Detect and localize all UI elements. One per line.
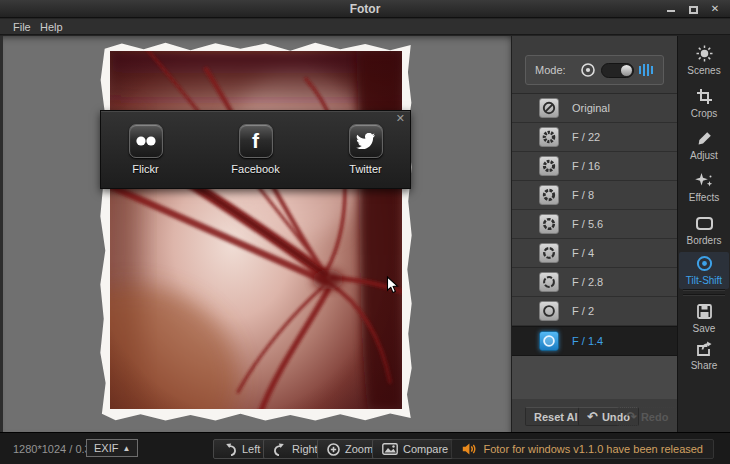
aperture-icon [539,301,559,321]
chevron-up-icon: ▲ [122,444,130,453]
notification-text: Fotor for windows v1.1.0 have been relea… [483,443,703,455]
window-controls: ✕ [664,3,722,14]
pencil-icon [679,129,729,148]
twitter-button[interactable]: Twitter [336,124,396,175]
minimize-button[interactable] [664,3,678,14]
aperture-option-label: Original [572,102,610,114]
redo-icon: ↷ [626,410,637,423]
mode-toggle[interactable] [601,63,634,78]
aperture-options-list: Original F / 22 F / 16 F / 8 F / 5.6 [512,93,677,399]
tool-scenes[interactable]: Scenes [679,42,729,76]
zoom-label: Zoom [345,443,373,455]
aperture-icon [539,127,559,147]
window-title: Fotor [0,2,730,16]
sparkles-icon [679,171,729,190]
aperture-option-f8[interactable]: F / 8 [512,181,677,210]
menu-help[interactable]: Help [40,21,63,33]
minimize-icon [667,10,675,12]
border-frame-icon [679,214,729,233]
photo-image [110,51,402,409]
twitter-label: Twitter [336,163,396,175]
sun-icon [679,44,729,63]
linear-mode-icon[interactable] [639,63,653,77]
fotor-window: Fotor ✕ File Help [0,0,730,464]
aperture-option-label: F / 2 [572,305,594,317]
photo-artwork [110,51,402,409]
aperture-option-f22[interactable]: F / 22 [512,123,677,152]
tool-share[interactable]: Share [679,337,729,371]
rotate-left-icon [223,443,237,456]
menu-file[interactable]: File [13,21,31,33]
aperture-option-f5-6[interactable]: F / 5.6 [512,210,677,239]
update-notification[interactable]: Fotor for windows v1.1.0 have been relea… [451,439,714,459]
aperture-option-original[interactable]: Original [512,94,677,123]
rotate-left-button[interactable]: Left [213,439,270,459]
aperture-icon [539,156,559,176]
aperture-option-f2[interactable]: F / 2 [512,297,677,326]
aperture-option-label: F / 16 [572,160,600,172]
photo-frame [100,42,412,421]
maximize-icon [689,6,698,14]
tool-save[interactable]: Save [679,300,729,334]
main-toolbar: Scenes Crops Adjust Effects [677,36,730,432]
aperture-option-f16[interactable]: F / 16 [512,152,677,181]
flickr-label: Flickr [116,163,176,175]
save-icon [679,302,729,321]
redo-button[interactable]: ↷ Redo [617,407,677,426]
aperture-option-label: F / 5.6 [572,218,603,230]
toolbar-divider [683,289,725,291]
flickr-button[interactable]: Flickr [116,124,176,175]
flickr-icon [129,124,163,158]
twitter-icon [349,124,383,158]
aperture-option-label: F / 1.4 [572,335,603,347]
aperture-option-label: F / 8 [572,189,594,201]
rotate-right-label: Right [292,443,318,455]
tool-effects[interactable]: Effects [679,169,729,203]
facebook-label: Facebook [226,163,286,175]
aperture-option-label: F / 4 [572,247,594,259]
tool-tilt-shift[interactable]: Tilt-Shift [679,252,729,289]
aperture-option-label: F / 22 [572,131,600,143]
tool-label: Tilt-Shift [679,275,729,286]
title-bar: Fotor ✕ [0,0,730,18]
zoom-plus-icon [327,443,340,456]
redo-label: Redo [641,411,669,423]
rotate-left-label: Left [242,443,260,455]
facebook-button[interactable]: f Facebook [226,124,286,175]
compare-button[interactable]: Compare [372,439,458,459]
compare-label: Compare [403,443,448,455]
aperture-option-f1-4[interactable]: F / 1.4 [512,326,677,356]
toolbar-divider [683,294,725,296]
tool-label: Borders [679,235,729,246]
aperture-option-f4[interactable]: F / 4 [512,239,677,268]
tool-label: Share [679,360,729,371]
mode-label: Mode: [535,64,566,76]
tool-label: Crops [679,108,729,119]
exif-label: EXIF [94,442,118,454]
tool-borders[interactable]: Borders [679,212,729,246]
overlay-close-button[interactable]: ✕ [396,112,405,125]
aperture-icon [539,243,559,263]
aperture-icon [539,214,559,234]
close-button[interactable]: ✕ [708,3,722,14]
no-effect-icon [539,98,559,118]
maximize-button[interactable] [686,3,700,14]
workspace: ✕ Flickr f Facebook Twitter [0,36,730,432]
facebook-icon: f [239,124,273,158]
tilt-shift-panel: Mode: Original F / 22 F / 16 [511,36,677,432]
circular-mode-icon[interactable] [580,62,596,78]
rotate-right-icon [273,443,287,456]
tool-crops[interactable]: Crops [679,85,729,119]
social-buttons-row: Flickr f Facebook Twitter [101,124,410,175]
tool-adjust[interactable]: Adjust [679,127,729,161]
tool-label: Scenes [679,65,729,76]
speaker-icon [462,442,477,456]
tool-label: Adjust [679,150,729,161]
tool-label: Effects [679,192,729,203]
aperture-icon-selected [539,331,559,351]
exif-button[interactable]: EXIF ▲ [86,439,138,457]
mode-box: Mode: [525,55,664,85]
menu-bar: File Help [0,19,730,35]
tool-label: Save [679,323,729,334]
aperture-option-f2-8[interactable]: F / 2.8 [512,268,677,297]
